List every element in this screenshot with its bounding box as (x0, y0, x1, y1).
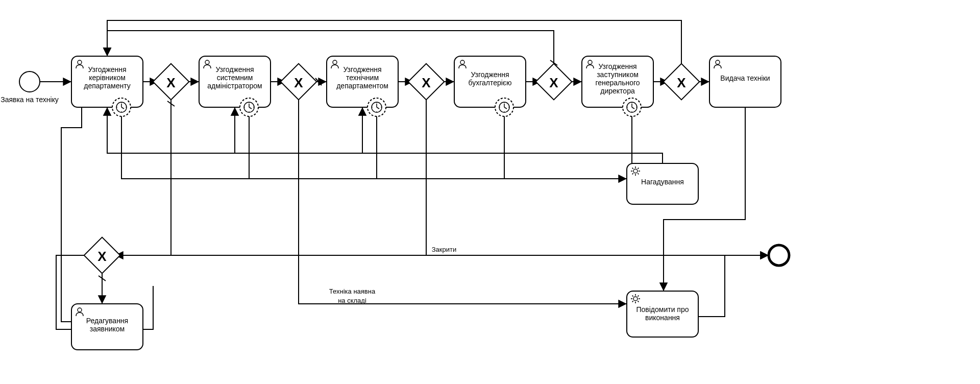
task-label: Узгодження технічним департаментом (329, 65, 396, 90)
svg-point-48 (769, 245, 789, 266)
edge-label-close: Закрити (432, 246, 456, 253)
task-label: Нагадування (629, 178, 696, 186)
task-issue-equipment: Видача техніки (709, 56, 781, 107)
task-approve-tech-dept: Узгодження технічним департаментом (327, 56, 398, 116)
task-label: Редагування заявником (74, 317, 140, 333)
timer-icon (623, 98, 641, 116)
task-edit-by-requester: Редагування заявником (71, 304, 143, 350)
end-event (769, 245, 789, 266)
gateway-g3: X (408, 64, 445, 100)
svg-text:X: X (294, 75, 303, 90)
task-label: Видача техніки (712, 74, 778, 82)
task-label: Узгодження системним адміністратором (202, 65, 268, 90)
task-label: Повідомити про виконання (629, 305, 696, 322)
edge-label-instock-2: на складі (338, 297, 366, 304)
edge-label-instock-1: Техніка наявна (329, 287, 376, 295)
gateway-g2: X (281, 64, 317, 100)
task-label: Узгодження бухгалтерією (457, 70, 523, 87)
task-reminder: Нагадування (627, 163, 698, 204)
start-event-label: Заявка на техніку (1, 95, 59, 104)
timer-icon (495, 98, 513, 116)
svg-point-21 (19, 71, 40, 92)
timer-icon (368, 98, 386, 116)
gateway-g4: X (536, 64, 572, 100)
svg-text:X: X (422, 75, 431, 90)
svg-text:X: X (677, 75, 686, 90)
task-approve-sysadmin: Узгодження системним адміністратором (199, 56, 271, 116)
task-approve-dept-head: Узгодження керівником департаменту (71, 56, 143, 116)
svg-text:X: X (549, 75, 558, 90)
start-event: Заявка на техніку (1, 71, 59, 104)
task-label: Узгодження заступником генерального дире… (584, 62, 651, 95)
task-notify-completion: Повідомити про виконання (627, 291, 698, 337)
timer-icon (240, 98, 258, 116)
task-label: Узгодження керівником департаменту (74, 65, 140, 90)
gateway-g1: X (153, 64, 189, 100)
task-approve-accounting: Узгодження бухгалтерією (454, 56, 526, 116)
gateway-g5: X (664, 64, 700, 100)
timer-icon (112, 98, 131, 116)
task-approve-deputy-director: Узгодження заступником генерального дире… (582, 56, 653, 116)
gateway-edit: X (84, 237, 120, 274)
svg-text:X: X (97, 249, 107, 264)
svg-text:X: X (166, 75, 176, 90)
bpmn-diagram: Заявка на техніку Узгодження керівником … (0, 0, 980, 384)
